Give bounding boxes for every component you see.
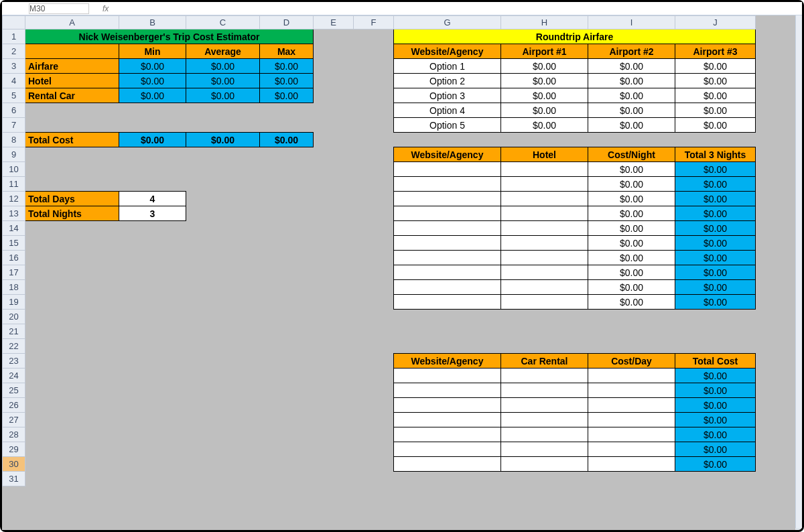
row-header-8[interactable]: 8 [3, 133, 25, 147]
cell-G28[interactable] [394, 427, 501, 442]
row-header-30[interactable]: 30 [3, 457, 25, 472]
cell-I6[interactable]: $0.00 [588, 103, 675, 118]
cell-C8[interactable]: $0.00 [186, 133, 260, 147]
cell-E30[interactable] [314, 457, 354, 472]
cell-J16[interactable]: $0.00 [675, 251, 756, 265]
cell-A10[interactable] [25, 162, 119, 177]
cell-F11[interactable] [354, 177, 394, 192]
select-all-corner[interactable] [3, 16, 25, 29]
cell-I8[interactable] [588, 133, 675, 147]
row-header-16[interactable]: 16 [3, 251, 25, 265]
cell-G8[interactable] [394, 133, 501, 147]
cell-D9[interactable] [260, 147, 314, 162]
cell-D17[interactable] [260, 265, 314, 280]
cell-G15[interactable] [394, 236, 501, 251]
cell-H4[interactable]: $0.00 [501, 74, 588, 88]
cell-E19[interactable] [314, 295, 354, 310]
row-header-4[interactable]: 4 [3, 74, 25, 88]
cell-H5[interactable]: $0.00 [501, 88, 588, 103]
row-header-21[interactable]: 21 [3, 324, 25, 339]
cell-J28[interactable]: $0.00 [675, 427, 756, 442]
cell-E25[interactable] [314, 383, 354, 398]
cell-J27[interactable]: $0.00 [675, 413, 756, 427]
cell-C13[interactable] [186, 206, 260, 221]
cell-H26[interactable] [501, 398, 588, 413]
cell-G13[interactable] [394, 206, 501, 221]
row-header-14[interactable]: 14 [3, 221, 25, 236]
cell-H21[interactable] [501, 324, 588, 339]
cell-B24[interactable] [119, 369, 186, 383]
cell-F24[interactable] [354, 369, 394, 383]
cell-F18[interactable] [354, 280, 394, 295]
cell-J17[interactable]: $0.00 [675, 265, 756, 280]
cell-A22[interactable] [25, 339, 119, 354]
cell-C12[interactable] [186, 192, 260, 206]
cell-F19[interactable] [354, 295, 394, 310]
row-header-12[interactable]: 12 [3, 192, 25, 206]
col-header-H[interactable]: H [501, 16, 588, 29]
cell-G24[interactable] [394, 369, 501, 383]
cell-I28[interactable] [588, 427, 675, 442]
cell-F16[interactable] [354, 251, 394, 265]
cell-D14[interactable] [260, 221, 314, 236]
row-header-24[interactable]: 24 [3, 369, 25, 383]
cell-A24[interactable] [25, 369, 119, 383]
cell-A4[interactable]: Hotel [25, 74, 119, 88]
cell-C2[interactable]: Average [186, 44, 260, 59]
cell-G7[interactable]: Option 5 [394, 118, 501, 133]
cell-B23[interactable] [119, 354, 186, 369]
cell-D21[interactable] [260, 324, 314, 339]
vertical-scrollbar[interactable] [795, 15, 802, 528]
cell-G11[interactable] [394, 177, 501, 192]
cell-F30[interactable] [354, 457, 394, 472]
row-header-26[interactable]: 26 [3, 398, 25, 413]
cell-C7[interactable] [186, 118, 260, 133]
cell-E16[interactable] [314, 251, 354, 265]
cell-E23[interactable] [314, 354, 354, 369]
cell-I16[interactable]: $0.00 [588, 251, 675, 265]
cell-F9[interactable] [354, 147, 394, 162]
cell-G3[interactable]: Option 1 [394, 59, 501, 74]
cell-B31[interactable] [119, 472, 186, 486]
cell-D5[interactable]: $0.00 [260, 88, 314, 103]
cell-F8[interactable] [354, 133, 394, 147]
cell-A5[interactable]: Rental Car [25, 88, 119, 103]
cell-C3[interactable]: $0.00 [186, 59, 260, 74]
cell-H2[interactable]: Airport #1 [501, 44, 588, 59]
cell-G29[interactable] [394, 442, 501, 457]
cell-B29[interactable] [119, 442, 186, 457]
cell-E20[interactable] [314, 310, 354, 324]
cell-A3[interactable]: Airfare [25, 59, 119, 74]
col-header-A[interactable]: A [25, 16, 119, 29]
cell-C22[interactable] [186, 339, 260, 354]
grid-area[interactable]: ABCDEFGHIJ1Nick Weisenberger's Trip Cost… [2, 15, 795, 530]
cell-H15[interactable] [501, 236, 588, 251]
row-header-19[interactable]: 19 [3, 295, 25, 310]
cell-F12[interactable] [354, 192, 394, 206]
cell-C29[interactable] [186, 442, 260, 457]
cell-A6[interactable] [25, 103, 119, 118]
cell-J22[interactable] [675, 339, 756, 354]
cell-A2[interactable] [25, 44, 119, 59]
cell-A28[interactable] [25, 427, 119, 442]
cell-E4[interactable] [314, 74, 354, 88]
cell-F1[interactable] [354, 29, 394, 44]
cell-I19[interactable]: $0.00 [588, 295, 675, 310]
row-header-5[interactable]: 5 [3, 88, 25, 103]
row-header-9[interactable]: 9 [3, 147, 25, 162]
cell-G5[interactable]: Option 3 [394, 88, 501, 103]
cell-I15[interactable]: $0.00 [588, 236, 675, 251]
cell-G2[interactable]: Website/Agency [394, 44, 501, 59]
cell-B15[interactable] [119, 236, 186, 251]
cell-H30[interactable] [501, 457, 588, 472]
cell-C30[interactable] [186, 457, 260, 472]
cell-H18[interactable] [501, 280, 588, 295]
cell-A29[interactable] [25, 442, 119, 457]
row-header-15[interactable]: 15 [3, 236, 25, 251]
cell-B26[interactable] [119, 398, 186, 413]
cell-I23[interactable]: Cost/Day [588, 354, 675, 369]
col-header-E[interactable]: E [314, 16, 354, 29]
cell-G30[interactable] [394, 457, 501, 472]
cell-H29[interactable] [501, 442, 588, 457]
cell-C23[interactable] [186, 354, 260, 369]
